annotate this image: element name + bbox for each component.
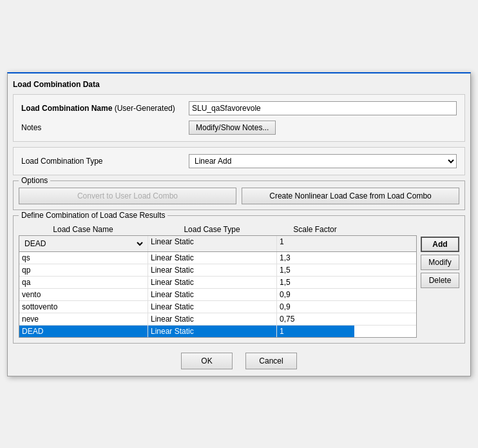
row-name: DEAD: [19, 326, 148, 337]
table-row-selected[interactable]: DEAD Linear Static 1: [19, 326, 416, 337]
row-scale: 0,9: [277, 301, 354, 313]
cancel-button[interactable]: Cancel: [245, 353, 297, 369]
table-container: DEAD qs qp qa vento sottovento neve Line…: [19, 235, 459, 338]
col-header-name: Load Case Name: [19, 225, 148, 234]
col-header-type: Load Case Type: [148, 225, 276, 234]
notes-row: Notes Modify/Show Notes...: [21, 121, 457, 135]
row-name: qs: [19, 252, 148, 264]
row-type: Linear Static: [148, 289, 277, 300]
dialog-title: Load Combination Data: [13, 79, 465, 94]
create-nonlinear-button[interactable]: Create Nonlinear Load Case from Load Com…: [242, 188, 459, 204]
row-scale: 1: [277, 326, 354, 337]
combo-table: DEAD qs qp qa vento sottovento neve Line…: [19, 235, 417, 338]
options-group: Options Convert to User Load Combo Creat…: [13, 180, 465, 210]
row-scale: 1,5: [277, 264, 354, 276]
table-row: qa Linear Static 1,5: [19, 277, 416, 289]
row-type: Linear Static: [148, 301, 277, 313]
row-name: vento: [19, 289, 148, 300]
load-combination-dialog: Load Combination Data Load Combination N…: [7, 72, 471, 376]
row-scale: 1,5: [277, 277, 354, 288]
name-row: Load Combination Name (User-Generated): [21, 101, 457, 115]
modify-notes-button[interactable]: Modify/Show Notes...: [189, 121, 276, 135]
define-section: Define Combination of Load Case Results …: [13, 215, 465, 344]
row-scale: 0,75: [277, 313, 354, 325]
modify-button[interactable]: Modify: [421, 255, 459, 270]
type-label: Load Combination Type: [21, 157, 189, 166]
type-section: Load Combination Type Linear Add Envelop…: [13, 147, 465, 175]
table-row: vento Linear Static 0,9: [19, 289, 416, 301]
table-header: Load Case Name Load Case Type Scale Fact…: [19, 225, 459, 234]
options-legend: Options: [19, 176, 50, 185]
row-type: Linear Static: [148, 277, 277, 288]
type-row: Load Combination Type Linear Add Envelop…: [21, 154, 457, 168]
table-row: qp Linear Static 1,5: [19, 264, 416, 277]
combo-edit-row: DEAD qs qp qa vento sottovento neve Line…: [19, 236, 416, 252]
row-scale: 0,9: [277, 289, 354, 300]
row-type: Linear Static: [148, 326, 277, 337]
row-name: neve: [19, 313, 148, 325]
row-scale: 1,3: [277, 252, 354, 264]
table-row: neve Linear Static 0,75: [19, 313, 416, 326]
delete-button[interactable]: Delete: [421, 273, 459, 288]
convert-button[interactable]: Convert to User Load Combo: [19, 188, 236, 204]
ok-button[interactable]: OK: [181, 353, 233, 369]
row-name: qp: [19, 264, 148, 276]
footer: OK Cancel: [13, 349, 465, 371]
combo-name-select[interactable]: DEAD qs qp qa vento sottovento neve: [22, 237, 145, 250]
col-header-scale: Scale Factor: [276, 225, 354, 234]
name-input[interactable]: [189, 101, 457, 115]
table-row: qs Linear Static 1,3: [19, 252, 416, 264]
table-row: sottovento Linear Static 0,9: [19, 301, 416, 313]
options-buttons-row: Convert to User Load Combo Create Nonlin…: [19, 188, 459, 204]
row-type: Linear Static: [148, 252, 277, 264]
name-label: Load Combination Name (User-Generated): [21, 104, 189, 113]
add-button[interactable]: Add: [421, 237, 459, 252]
type-select[interactable]: Linear Add Envelope Absolute Add SRSS: [189, 154, 457, 168]
row-type: Linear Static: [148, 313, 277, 325]
define-legend: Define Combination of Load Case Results: [19, 211, 167, 220]
combo-name-select-cell[interactable]: DEAD qs qp qa vento sottovento neve: [19, 236, 148, 251]
side-buttons: Add Modify Delete: [421, 235, 459, 338]
name-notes-section: Load Combination Name (User-Generated) N…: [13, 94, 465, 142]
combo-header-type: Linear Static: [148, 236, 277, 251]
notes-label: Notes: [21, 123, 189, 132]
row-name: sottovento: [19, 301, 148, 313]
row-type: Linear Static: [148, 264, 277, 276]
row-name: qa: [19, 277, 148, 288]
combo-header-scale: 1: [277, 236, 354, 251]
